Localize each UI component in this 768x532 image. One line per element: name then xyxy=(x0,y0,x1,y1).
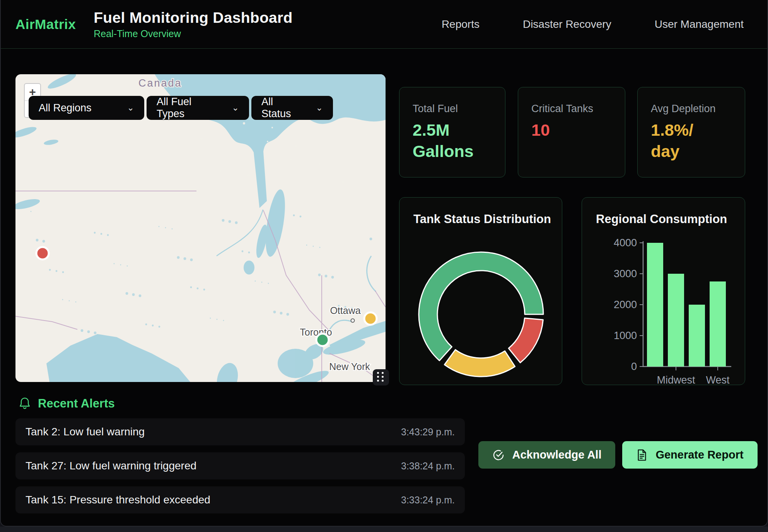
acknowledge-all-label: Acknowledge All xyxy=(512,448,602,461)
lake-speck xyxy=(306,245,307,246)
bay-island-speck xyxy=(319,163,320,165)
regional-consumption-panel: Regional Consumption 01000200030004000Mi… xyxy=(582,197,745,385)
lake-speck xyxy=(248,252,250,254)
lake-speck xyxy=(223,320,224,321)
header: AirMatrix Fuel Monitoring Dashboard Real… xyxy=(1,0,767,49)
lake-speck xyxy=(184,257,186,260)
x-tick-label: West xyxy=(706,374,730,384)
acknowledge-all-button[interactable]: Acknowledge All xyxy=(478,441,615,469)
lake-speck xyxy=(56,270,58,272)
lake-speck xyxy=(358,336,359,338)
lake-speck xyxy=(94,232,96,234)
lake-speck xyxy=(318,274,321,276)
tank-marker-normal[interactable] xyxy=(316,334,329,346)
tank-marker-warning[interactable] xyxy=(364,312,377,325)
nav-item-reports[interactable]: Reports xyxy=(442,18,480,31)
bay-island-speck xyxy=(271,127,273,128)
stat-card-total-fuel: Total Fuel 2.5MGallons xyxy=(399,87,505,177)
bay-island-speck xyxy=(224,156,226,158)
title-block: Fuel Monitoring Dashboard Real-Time Over… xyxy=(94,9,292,39)
lake-speck xyxy=(159,226,160,227)
alert-text: Tank 27: Low fuel warning triggered xyxy=(26,460,196,472)
alert-list-item: Tank 2: Low fuel warning 3:43:29 p.m. xyxy=(15,418,465,445)
dashboard-app: AirMatrix Fuel Monitoring Dashboard Real… xyxy=(0,0,768,527)
tank-marker-critical[interactable] xyxy=(36,247,49,259)
chevron-down-icon: ⌄ xyxy=(303,103,323,113)
lake-speck xyxy=(165,227,166,228)
bay-island-speck xyxy=(243,122,245,124)
lake-speck xyxy=(177,256,180,259)
y-tick-label: 2000 xyxy=(614,299,637,310)
alert-text: Tank 15: Pressure threshold exceeded xyxy=(26,494,210,506)
lake-speck xyxy=(280,312,283,315)
main-nav: Reports Disaster Recovery User Managemen… xyxy=(442,18,744,31)
map-graphic: CanadaOttawaTorontoNew York xyxy=(15,74,386,382)
bar-northeast xyxy=(647,243,663,367)
map-resize-grip[interactable] xyxy=(373,369,389,385)
doughnut-segment-warning xyxy=(444,350,515,377)
lake-speck xyxy=(120,264,121,266)
doughnut-segment-critical xyxy=(509,318,543,363)
bar-west xyxy=(710,281,726,367)
bay-island-speck xyxy=(196,152,198,154)
alert-timestamp: 3:38:24 p.m. xyxy=(401,460,455,472)
lake-speck xyxy=(75,302,77,303)
stat-value: 2.5MGallons xyxy=(413,119,492,162)
lake-speck xyxy=(31,211,32,212)
lake-speck xyxy=(351,335,352,336)
lake-speck xyxy=(101,233,102,235)
lake-speck xyxy=(132,293,135,296)
alert-text: Tank 2: Low fuel warning xyxy=(26,426,145,438)
map-city-label: New York xyxy=(329,361,370,372)
map-lake-speckles xyxy=(31,120,372,338)
y-tick-label: 4000 xyxy=(614,237,637,249)
page-subtitle: Real-Time Overview xyxy=(94,28,292,39)
bay-island-speck xyxy=(247,174,250,176)
lake-speck xyxy=(203,289,205,291)
lake-speck xyxy=(235,222,238,224)
chevron-down-icon: ⌄ xyxy=(114,103,134,113)
bell-icon xyxy=(19,397,31,410)
region-filter-value: All Regions xyxy=(39,102,92,114)
town-dot-icon xyxy=(351,319,355,322)
alerts-header: Recent Alerts xyxy=(19,397,115,411)
map-canvas[interactable]: CanadaOttawaTorontoNew York xyxy=(15,74,386,382)
nav-item-user-management[interactable]: User Management xyxy=(655,18,744,31)
lake-speck xyxy=(229,220,231,223)
window-bottom-edge xyxy=(0,527,768,532)
lake-speck xyxy=(287,313,289,316)
y-tick-label: 1000 xyxy=(614,330,637,341)
lake-speck xyxy=(139,295,142,297)
generate-report-button[interactable]: Generate Report xyxy=(622,441,758,469)
lake-speck xyxy=(43,240,45,243)
lake-speck xyxy=(261,282,263,283)
nav-item-disaster-recovery[interactable]: Disaster Recovery xyxy=(523,18,611,31)
lake-speck xyxy=(190,286,192,288)
page-title: Fuel Monitoring Dashboard xyxy=(94,9,292,26)
fuel-type-filter-select[interactable]: All Fuel Types ⌄ xyxy=(147,96,249,120)
x-tick-label: Midwest xyxy=(657,374,695,384)
stat-label: Critical Tanks xyxy=(531,103,612,115)
generate-report-label: Generate Report xyxy=(655,448,743,461)
document-icon xyxy=(636,449,648,461)
lake-speck xyxy=(293,215,295,217)
alert-list-item: Tank 15: Pressure threshold exceeded 3:3… xyxy=(15,486,465,513)
lake-speck xyxy=(217,319,218,320)
status-filter-select[interactable]: All Status ⌄ xyxy=(251,96,333,120)
stat-value: 10 xyxy=(531,119,612,141)
lake-speck xyxy=(94,332,97,334)
lake-speck xyxy=(255,281,256,282)
bay-island-speck xyxy=(177,120,179,121)
map-panel: CanadaOttawaTorontoNew York + − All Regi… xyxy=(15,74,386,382)
bay-island-speck xyxy=(267,141,268,142)
region-filter-select[interactable]: All Regions ⌄ xyxy=(29,96,144,120)
stat-label: Total Fuel xyxy=(413,103,492,115)
map-filter-bar: All Regions ⌄ All Fuel Types ⌄ All Statu… xyxy=(29,96,333,120)
lake-speck xyxy=(364,338,365,339)
stat-value: 1.8%/day xyxy=(651,119,732,162)
bay-island-speck xyxy=(295,145,297,147)
bar-south xyxy=(689,305,705,367)
y-tick-label: 3000 xyxy=(614,268,637,280)
status-filter-value: All Status xyxy=(261,96,303,120)
stat-card-avg-depletion: Avg Depletion 1.8%/day xyxy=(637,87,745,177)
